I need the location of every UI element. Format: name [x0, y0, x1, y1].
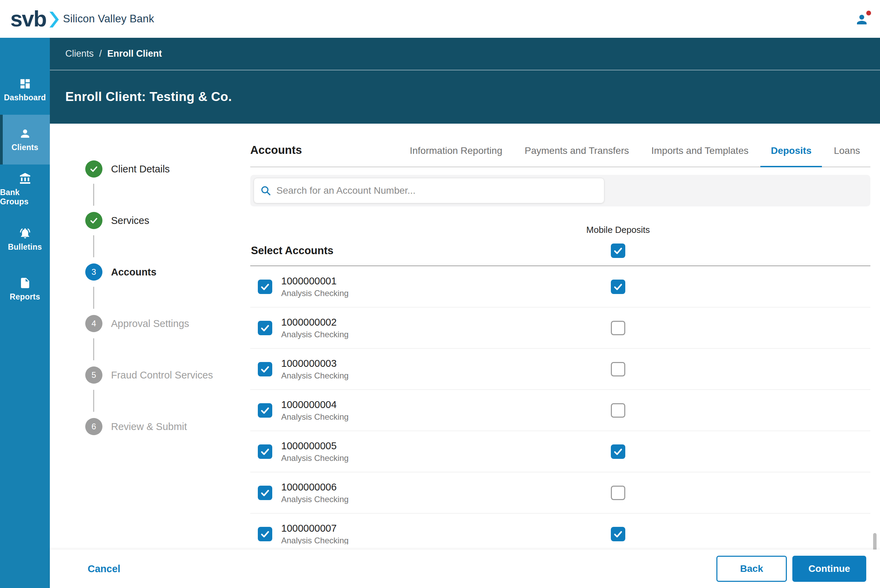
search-icon	[260, 185, 271, 196]
account-row-1000000001: 1000000001Analysis Checking	[250, 266, 870, 308]
step-client-details[interactable]: Client Details	[85, 160, 244, 178]
account-type: Analysis Checking	[281, 495, 591, 504]
logo-text: svb	[10, 8, 46, 30]
step-number: 6	[85, 418, 102, 435]
mobile-deposits-header-row: Mobile Deposits	[250, 224, 870, 236]
account-info: 1000000005Analysis Checking	[281, 440, 591, 463]
account-select-checkbox[interactable]	[258, 527, 272, 541]
account-select-checkbox[interactable]	[258, 403, 272, 418]
account-number: 1000000002	[281, 316, 591, 328]
tab-payments-and-transfers[interactable]: Payments and Transfers	[525, 145, 629, 166]
sidebar-item-clients[interactable]: Clients	[0, 115, 50, 165]
tab-imports-and-templates[interactable]: Imports and Templates	[651, 145, 749, 166]
step-accounts[interactable]: 3Accounts	[85, 263, 244, 280]
account-info: 1000000003Analysis Checking	[281, 358, 591, 381]
sidebar-item-label: Bulletins	[8, 243, 42, 252]
step-connector	[93, 287, 94, 309]
account-number: 1000000001	[281, 276, 591, 287]
bank-icon	[19, 172, 31, 185]
step-label: Fraud Control Services	[111, 369, 213, 381]
tab-information-reporting[interactable]: Information Reporting	[410, 145, 502, 166]
step-approval-settings: 4Approval Settings	[85, 315, 244, 332]
step-check-icon	[85, 160, 102, 178]
sidebar-item-bulletins[interactable]: Bulletins	[0, 214, 50, 264]
account-select-checkbox[interactable]	[258, 280, 272, 294]
sidebar: DashboardClientsBank GroupsBulletinsRepo…	[0, 38, 50, 588]
account-select-checkbox[interactable]	[258, 486, 272, 500]
sidebar-item-bank-groups[interactable]: Bank Groups	[0, 165, 50, 214]
account-number: 1000000003	[281, 358, 591, 369]
step-services[interactable]: Services	[85, 212, 244, 229]
account-type: Analysis Checking	[281, 330, 591, 339]
section-heading: Accounts	[250, 144, 302, 165]
breadcrumb-separator: /	[99, 48, 102, 59]
account-row-1000000005: 1000000005Analysis Checking	[250, 431, 870, 472]
account-number: 1000000005	[281, 440, 591, 452]
sidebar-item-label: Dashboard	[4, 93, 46, 102]
step-number: 5	[85, 366, 102, 384]
search-box	[254, 178, 604, 203]
account-row-1000000002: 1000000002Analysis Checking	[250, 308, 870, 349]
mobile-deposits-select-all-checkbox[interactable]	[611, 243, 625, 258]
footer-actions: Back Continue	[716, 556, 866, 582]
breadcrumb-current: Enroll Client	[107, 48, 162, 59]
account-select-checkbox[interactable]	[258, 321, 272, 335]
user-menu-button[interactable]	[854, 11, 870, 27]
person-icon	[19, 128, 31, 140]
mobile-deposits-checkbox[interactable]	[611, 321, 625, 335]
service-tabs: Information ReportingPayments and Transf…	[410, 145, 860, 166]
tab-loans[interactable]: Loans	[834, 145, 860, 166]
breadcrumb-clients[interactable]: Clients	[65, 48, 94, 59]
account-number: 1000000007	[281, 523, 591, 534]
tab-deposits[interactable]: Deposits	[771, 145, 811, 166]
account-info: 1000000004Analysis Checking	[281, 399, 591, 422]
account-select-checkbox[interactable]	[258, 362, 272, 376]
page: svb Silicon Valley Bank DashboardClients…	[0, 0, 880, 588]
top-bar: svb Silicon Valley Bank	[0, 0, 880, 38]
account-select-checkbox[interactable]	[258, 444, 272, 459]
sidebar-item-label: Clients	[11, 143, 38, 152]
bell-icon	[19, 227, 31, 239]
account-row-1000000003: 1000000003Analysis Checking	[250, 349, 870, 390]
mobile-deposits-checkbox[interactable]	[611, 362, 625, 376]
step-label: Client Details	[111, 164, 170, 175]
document-icon	[19, 277, 31, 289]
step-connector	[93, 390, 94, 412]
sidebar-item-dashboard[interactable]: Dashboard	[0, 65, 50, 115]
account-type: Analysis Checking	[281, 536, 591, 545]
mobile-deposits-checkbox[interactable]	[611, 280, 625, 294]
cancel-link[interactable]: Cancel	[88, 563, 120, 574]
scrollbar-thumb[interactable]	[873, 533, 877, 549]
account-number: 1000000004	[281, 399, 591, 410]
step-review-submit: 6Review & Submit	[85, 418, 244, 435]
mobile-deposits-column-header: Mobile Deposits	[587, 225, 650, 235]
notification-dot	[866, 10, 871, 15]
account-info: 1000000002Analysis Checking	[281, 316, 591, 339]
step-label: Accounts	[111, 267, 156, 278]
step-label: Review & Submit	[111, 421, 187, 432]
brand-name: Silicon Valley Bank	[63, 13, 154, 25]
page-title: Enroll Client: Testing & Co.	[50, 70, 880, 123]
account-info: 1000000007Analysis Checking	[281, 523, 591, 545]
dashboard-icon	[19, 78, 31, 90]
sidebar-item-reports[interactable]: Reports	[0, 264, 50, 314]
step-number: 3	[85, 263, 102, 280]
main-area: Client DetailsServices3Accounts4Approval…	[50, 124, 880, 549]
mobile-deposits-checkbox[interactable]	[611, 486, 625, 500]
account-search-input[interactable]	[276, 185, 598, 196]
continue-button[interactable]: Continue	[792, 556, 866, 582]
mobile-deposits-checkbox[interactable]	[611, 444, 625, 459]
mobile-deposits-checkbox[interactable]	[611, 403, 625, 418]
step-number: 4	[85, 315, 102, 332]
account-row-1000000004: 1000000004Analysis Checking	[250, 390, 870, 431]
account-type: Analysis Checking	[281, 371, 591, 381]
mobile-deposits-checkbox[interactable]	[611, 527, 625, 541]
back-button[interactable]: Back	[716, 556, 787, 582]
enrollment-stepper: Client DetailsServices3Accounts4Approval…	[85, 160, 244, 435]
svb-logo[interactable]: svb Silicon Valley Bank	[10, 8, 154, 30]
tabs-row: Accounts Information ReportingPayments a…	[250, 144, 870, 167]
accounts-list: 1000000001Analysis Checking1000000002Ana…	[250, 266, 870, 544]
logo-chevron-icon	[50, 10, 59, 29]
account-type: Analysis Checking	[281, 412, 591, 422]
sidebar-item-label: Bank Groups	[0, 188, 50, 206]
